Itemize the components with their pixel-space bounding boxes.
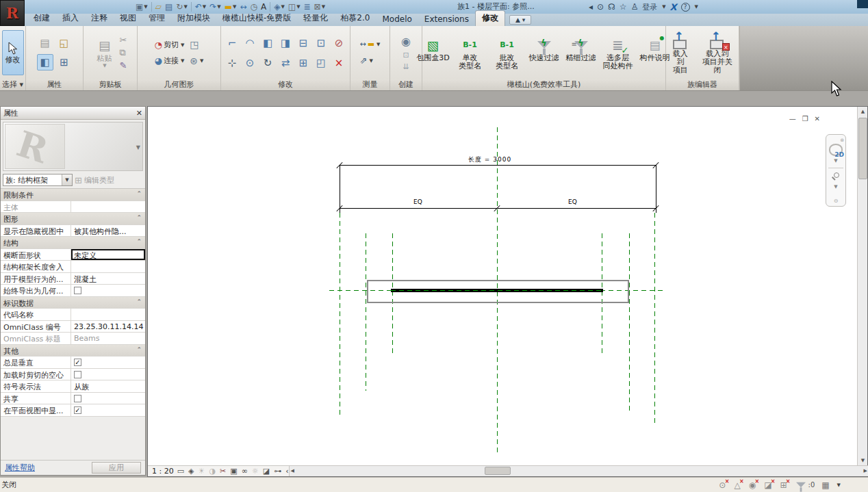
view-minimize-icon[interactable]: — — [789, 115, 796, 122]
tab-管理[interactable]: 管理 — [142, 11, 171, 26]
move-icon[interactable]: ⊹ — [228, 57, 237, 69]
reference-plane-vertical[interactable] — [340, 213, 340, 418]
crop-view-icon[interactable]: ✂ — [220, 467, 226, 476]
create-group-icon[interactable]: ◉ — [401, 35, 411, 48]
quick-filter-button[interactable]: ϟ快速过滤 — [526, 36, 562, 62]
split-with-gap-icon[interactable]: ⊡ — [317, 37, 326, 49]
rotate-icon[interactable]: ↻ — [264, 57, 272, 69]
rename-batch-type-button[interactable]: B-1批改 类型名 — [489, 36, 525, 70]
shadows-icon[interactable]: ◑ — [209, 467, 216, 476]
reference-plane-vertical[interactable] — [366, 233, 366, 391]
prop-value[interactable]: Beams — [71, 333, 145, 344]
edit-type-button[interactable]: ⊞ 编辑类型 — [75, 175, 143, 185]
reveal-hidden-elements-icon[interactable]: ☼ — [252, 467, 259, 476]
trim-extend-icon[interactable]: ⇄ — [281, 57, 290, 69]
view-restore-icon[interactable]: ❐ — [802, 115, 808, 122]
section-标识数据[interactable]: 标识数据⌃ — [1, 297, 145, 309]
eq-label-right[interactable]: EQ — [568, 198, 577, 205]
panel-caption-select[interactable]: 选择 ▾ — [0, 79, 25, 90]
prop-value[interactable]: 未定义 — [71, 249, 145, 261]
scroll-right-icon[interactable]: ▶ — [864, 466, 867, 476]
split-element-icon[interactable]: ⊟ — [299, 37, 308, 49]
prop-value[interactable] — [71, 285, 145, 296]
detail-level-icon[interactable]: ▭ — [177, 467, 184, 476]
wheel-caret-icon[interactable]: ▼ — [834, 158, 837, 164]
reveal-constraints-icon[interactable]: ◪ — [263, 467, 270, 476]
fine-filter-button[interactable]: ϟ≡精细过滤 — [563, 36, 599, 62]
properties-help-link[interactable]: 属性帮助 — [5, 463, 35, 473]
paint-icon[interactable]: ◳ — [190, 39, 203, 50]
tab-视图[interactable]: 视图 — [114, 11, 142, 26]
visual-style-icon[interactable]: ◈ — [188, 467, 194, 476]
exchange-apps-icon[interactable]: X — [670, 2, 677, 12]
tab-修改[interactable]: 修改 — [475, 10, 505, 26]
collapse-icon[interactable]: ⌃ — [136, 237, 145, 248]
prop-value[interactable] — [71, 309, 145, 320]
help-caret-icon[interactable]: ▼ — [695, 4, 698, 10]
prop-value[interactable]: 23.25.30.11.14.14 — [71, 321, 145, 333]
family-category-icon[interactable]: ▤ — [37, 35, 53, 51]
collapse-icon[interactable]: ⌃ — [136, 345, 145, 357]
cut-icon[interactable]: ✂ — [120, 35, 127, 45]
align-icon[interactable]: ⌐ — [228, 37, 237, 49]
scroll-down-icon[interactable]: ▼ — [858, 456, 868, 466]
tab-橄榄山快模-免费版[interactable]: 橄榄山快模-免费版 — [216, 11, 297, 26]
favorites-star-icon[interactable]: ☆ — [620, 2, 627, 12]
reference-plane-vertical[interactable] — [654, 213, 655, 425]
apply-button[interactable]: 应用 — [92, 462, 141, 474]
tab-插入[interactable]: 插入 — [56, 11, 85, 26]
preview-caret-icon[interactable]: ▼ — [136, 144, 140, 151]
modify-tool-button[interactable]: 修改 — [2, 30, 24, 75]
properties-palette-icon[interactable]: ◧ — [37, 54, 53, 70]
select-links-icon[interactable]: ⊙× — [719, 480, 726, 490]
prop-value[interactable] — [71, 261, 145, 272]
search-icon[interactable]: ⊙ — [597, 2, 604, 12]
offset-icon[interactable]: ◠ — [245, 37, 254, 49]
measure-button[interactable]: ↔▬▼ — [359, 40, 380, 49]
mirror-draw-axis-icon[interactable]: ◨ — [281, 37, 290, 49]
scroll-left-icon[interactable]: ◀ — [291, 466, 294, 476]
sign-in-caret-icon[interactable]: ▼ — [662, 4, 665, 10]
demolish-button[interactable]: ⊛ ▼ — [190, 55, 203, 66]
communication-center-icon[interactable]: ☊ — [608, 2, 615, 12]
join-geometry-button[interactable]: ◕ 连接 ▼ — [155, 55, 185, 66]
ribbon-state-toggle[interactable]: ▲ ▾ — [509, 15, 531, 25]
tab-创建[interactable]: 创建 — [27, 11, 56, 26]
aligned-dimension-button[interactable]: ⇗▼ — [359, 55, 380, 66]
rename-single-type-button[interactable]: B-1单改 类型名 — [452, 36, 488, 70]
match-properties-icon[interactable]: ✎ — [120, 60, 127, 70]
prop-value[interactable]: 被其他构件隐... — [71, 225, 145, 237]
length-dimension-text[interactable]: 长度 = 3000 — [468, 155, 511, 164]
select-underlay-icon[interactable]: △× — [734, 480, 740, 490]
pane-back-icon[interactable]: ◂ — [589, 2, 593, 12]
cut-geometry-button[interactable]: ◔ 剪切 ▼ — [155, 40, 185, 50]
dim-lock-icon[interactable]: ⊶ — [274, 467, 281, 476]
view-close-icon[interactable]: ✕ — [815, 115, 820, 122]
prop-value[interactable]: ✓ — [71, 404, 145, 416]
prop-value[interactable] — [71, 393, 145, 404]
multi-floor-select-button[interactable]: ≣✓选多层 同处构件 — [600, 36, 636, 70]
filter-button[interactable]: :0 — [794, 481, 815, 489]
steering-wheel-icon[interactable]: 2D — [829, 144, 843, 156]
zoom-tool-icon[interactable] — [831, 172, 841, 182]
scroll-up-icon[interactable]: ▲ — [858, 107, 868, 117]
array-icon[interactable]: ⊞ — [299, 57, 308, 69]
length-dimension-line[interactable] — [340, 165, 656, 166]
collapse-icon[interactable]: ⌃ — [136, 189, 145, 200]
zoom-caret-icon[interactable]: ▼ — [834, 184, 837, 190]
drag-on-selection-icon[interactable]: ⊞× — [780, 480, 787, 490]
tab-轻量化[interactable]: 轻量化 — [297, 11, 334, 26]
section-其他[interactable]: 其他⌃ — [1, 345, 145, 357]
vertical-scrollbar[interactable]: ▲ ▼ — [857, 107, 867, 466]
tab-Extensions[interactable]: Extensions — [418, 13, 475, 26]
sun-path-icon[interactable]: ☀ — [199, 467, 205, 476]
window-controls-corner[interactable] — [857, 0, 868, 8]
load-into-project-close-button[interactable]: ↑×载入到 项目并关闭 — [698, 31, 738, 75]
help-icon[interactable]: ? — [681, 3, 690, 12]
type-selector[interactable]: 族: 结构框架 ▼ — [3, 174, 73, 186]
prop-value[interactable] — [71, 369, 145, 380]
horizontal-scrollbar[interactable]: ◀ ▶ — [289, 466, 868, 476]
family-types-icon[interactable]: ◱ — [56, 35, 73, 51]
prop-value[interactable]: 混凝土 — [71, 273, 145, 285]
eq-label-left[interactable]: EQ — [413, 198, 422, 205]
